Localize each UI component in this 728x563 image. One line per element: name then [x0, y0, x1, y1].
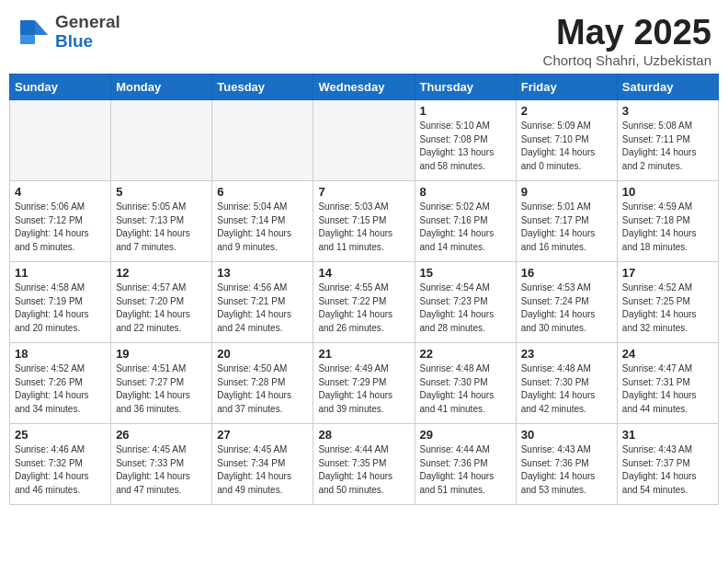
logo-icon: [17, 15, 51, 50]
calendar-day-cell: 27Sunrise: 4:45 AMSunset: 7:34 PMDayligh…: [212, 424, 313, 505]
day-info: Sunrise: 4:57 AMSunset: 7:20 PMDaylight:…: [116, 282, 207, 335]
calendar-wrapper: SundayMondayTuesdayWednesdayThursdayFrid…: [0, 74, 728, 514]
calendar-table: SundayMondayTuesdayWednesdayThursdayFrid…: [9, 74, 719, 505]
calendar-day-cell: 15Sunrise: 4:54 AMSunset: 7:23 PMDayligh…: [415, 262, 516, 343]
calendar-day-cell: 26Sunrise: 4:45 AMSunset: 7:33 PMDayligh…: [111, 424, 212, 505]
calendar-day-cell: 5Sunrise: 5:05 AMSunset: 7:13 PMDaylight…: [111, 181, 212, 262]
calendar-header: SundayMondayTuesdayWednesdayThursdayFrid…: [10, 75, 719, 100]
calendar-day-cell: 17Sunrise: 4:52 AMSunset: 7:25 PMDayligh…: [617, 262, 718, 343]
header: General Blue May 2025 Chortoq Shahri, Uz…: [0, 0, 728, 74]
weekday-header-cell: Thursday: [415, 75, 516, 100]
day-info: Sunrise: 4:46 AMSunset: 7:32 PMDaylight:…: [15, 443, 106, 497]
day-number: 16: [521, 266, 612, 280]
day-number: 18: [15, 347, 106, 361]
day-number: 6: [217, 185, 308, 199]
day-number: 21: [318, 347, 409, 361]
day-number: 3: [622, 104, 713, 118]
day-info: Sunrise: 4:54 AMSunset: 7:23 PMDaylight:…: [420, 282, 511, 335]
calendar-day-cell: 2Sunrise: 5:09 AMSunset: 7:10 PMDaylight…: [516, 100, 617, 181]
day-number: 14: [318, 266, 409, 280]
day-info: Sunrise: 5:04 AMSunset: 7:14 PMDaylight:…: [217, 201, 308, 254]
calendar-day-cell: 23Sunrise: 4:48 AMSunset: 7:30 PMDayligh…: [516, 343, 617, 424]
day-number: 20: [217, 347, 308, 361]
day-info: Sunrise: 5:06 AMSunset: 7:12 PMDaylight:…: [15, 201, 106, 254]
calendar-day-cell: 12Sunrise: 4:57 AMSunset: 7:20 PMDayligh…: [111, 262, 212, 343]
calendar-day-cell: 21Sunrise: 4:49 AMSunset: 7:29 PMDayligh…: [313, 343, 415, 424]
calendar-day-cell: 19Sunrise: 4:51 AMSunset: 7:27 PMDayligh…: [111, 343, 212, 424]
calendar-week-row: 25Sunrise: 4:46 AMSunset: 7:32 PMDayligh…: [10, 424, 719, 505]
logo-graphic-icon: [17, 15, 51, 50]
logo: General Blue: [17, 13, 120, 52]
calendar-day-cell: [212, 100, 313, 181]
day-number: 12: [116, 266, 207, 280]
day-number: 22: [420, 347, 511, 361]
day-info: Sunrise: 4:50 AMSunset: 7:28 PMDaylight:…: [217, 362, 308, 416]
main-title: May 2025: [543, 13, 711, 52]
day-info: Sunrise: 5:09 AMSunset: 7:10 PMDaylight:…: [521, 120, 612, 173]
day-info: Sunrise: 5:08 AMSunset: 7:11 PMDaylight:…: [622, 120, 713, 173]
day-info: Sunrise: 4:48 AMSunset: 7:30 PMDaylight:…: [420, 362, 511, 416]
day-info: Sunrise: 5:10 AMSunset: 7:08 PMDaylight:…: [420, 120, 511, 173]
day-info: Sunrise: 5:03 AMSunset: 7:15 PMDaylight:…: [318, 201, 409, 254]
day-info: Sunrise: 4:52 AMSunset: 7:26 PMDaylight:…: [15, 362, 106, 416]
day-number: 28: [318, 428, 409, 442]
title-block: May 2025 Chortoq Shahri, Uzbekistan: [543, 13, 711, 68]
calendar-day-cell: 10Sunrise: 4:59 AMSunset: 7:18 PMDayligh…: [617, 181, 718, 262]
day-info: Sunrise: 5:05 AMSunset: 7:13 PMDaylight:…: [116, 201, 207, 254]
calendar-day-cell: 1Sunrise: 5:10 AMSunset: 7:08 PMDaylight…: [415, 100, 516, 181]
day-number: 7: [318, 185, 409, 199]
day-info: Sunrise: 4:45 AMSunset: 7:33 PMDaylight:…: [116, 443, 207, 497]
day-info: Sunrise: 4:43 AMSunset: 7:36 PMDaylight:…: [521, 443, 612, 497]
day-info: Sunrise: 5:01 AMSunset: 7:17 PMDaylight:…: [521, 201, 612, 254]
subtitle: Chortoq Shahri, Uzbekistan: [543, 52, 711, 68]
day-number: 1: [420, 104, 511, 118]
day-number: 5: [116, 185, 207, 199]
day-info: Sunrise: 4:47 AMSunset: 7:31 PMDaylight:…: [622, 362, 713, 416]
weekday-header-cell: Tuesday: [212, 75, 313, 100]
calendar-body: 1Sunrise: 5:10 AMSunset: 7:08 PMDaylight…: [10, 100, 719, 505]
weekday-header-cell: Friday: [516, 75, 617, 100]
day-number: 13: [217, 266, 308, 280]
calendar-day-cell: [313, 100, 415, 181]
calendar-day-cell: 29Sunrise: 4:44 AMSunset: 7:36 PMDayligh…: [415, 424, 516, 505]
day-info: Sunrise: 4:44 AMSunset: 7:36 PMDaylight:…: [420, 443, 511, 497]
calendar-day-cell: 20Sunrise: 4:50 AMSunset: 7:28 PMDayligh…: [212, 343, 313, 424]
day-number: 2: [521, 104, 612, 118]
calendar-week-row: 1Sunrise: 5:10 AMSunset: 7:08 PMDaylight…: [10, 100, 719, 181]
page-container: General Blue May 2025 Chortoq Shahri, Uz…: [0, 0, 728, 563]
day-info: Sunrise: 4:49 AMSunset: 7:29 PMDaylight:…: [318, 362, 409, 416]
calendar-day-cell: 7Sunrise: 5:03 AMSunset: 7:15 PMDaylight…: [313, 181, 415, 262]
weekday-header-row: SundayMondayTuesdayWednesdayThursdayFrid…: [10, 75, 719, 100]
day-number: 19: [116, 347, 207, 361]
calendar-day-cell: [111, 100, 212, 181]
calendar-day-cell: 4Sunrise: 5:06 AMSunset: 7:12 PMDaylight…: [10, 181, 111, 262]
calendar-day-cell: 13Sunrise: 4:56 AMSunset: 7:21 PMDayligh…: [212, 262, 313, 343]
day-number: 8: [420, 185, 511, 199]
calendar-week-row: 11Sunrise: 4:58 AMSunset: 7:19 PMDayligh…: [10, 262, 719, 343]
day-info: Sunrise: 4:44 AMSunset: 7:35 PMDaylight:…: [318, 443, 409, 497]
day-info: Sunrise: 4:52 AMSunset: 7:25 PMDaylight:…: [622, 282, 713, 335]
calendar-week-row: 18Sunrise: 4:52 AMSunset: 7:26 PMDayligh…: [10, 343, 719, 424]
day-info: Sunrise: 4:51 AMSunset: 7:27 PMDaylight:…: [116, 362, 207, 416]
calendar-day-cell: 22Sunrise: 4:48 AMSunset: 7:30 PMDayligh…: [415, 343, 516, 424]
day-number: 10: [622, 185, 713, 199]
weekday-header-cell: Saturday: [617, 75, 718, 100]
day-info: Sunrise: 5:02 AMSunset: 7:16 PMDaylight:…: [420, 201, 511, 254]
calendar-day-cell: 3Sunrise: 5:08 AMSunset: 7:11 PMDaylight…: [617, 100, 718, 181]
day-info: Sunrise: 4:55 AMSunset: 7:22 PMDaylight:…: [318, 282, 409, 335]
day-number: 15: [420, 266, 511, 280]
logo-blue: Blue: [55, 32, 120, 52]
day-number: 26: [116, 428, 207, 442]
day-info: Sunrise: 4:58 AMSunset: 7:19 PMDaylight:…: [15, 282, 106, 335]
calendar-day-cell: 31Sunrise: 4:43 AMSunset: 7:37 PMDayligh…: [617, 424, 718, 505]
day-number: 24: [622, 347, 713, 361]
day-number: 9: [521, 185, 612, 199]
day-info: Sunrise: 4:45 AMSunset: 7:34 PMDaylight:…: [217, 443, 308, 497]
calendar-week-row: 4Sunrise: 5:06 AMSunset: 7:12 PMDaylight…: [10, 181, 719, 262]
weekday-header-cell: Monday: [111, 75, 212, 100]
calendar-day-cell: 25Sunrise: 4:46 AMSunset: 7:32 PMDayligh…: [10, 424, 111, 505]
day-number: 30: [521, 428, 612, 442]
day-info: Sunrise: 4:56 AMSunset: 7:21 PMDaylight:…: [217, 282, 308, 335]
day-number: 4: [15, 185, 106, 199]
calendar-day-cell: 6Sunrise: 5:04 AMSunset: 7:14 PMDaylight…: [212, 181, 313, 262]
